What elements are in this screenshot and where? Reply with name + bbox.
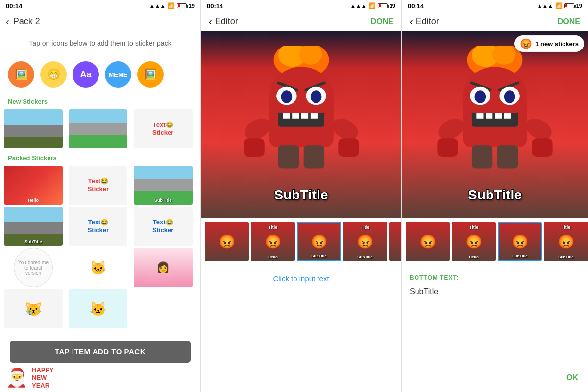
street-bg-2	[69, 109, 127, 148]
subtitle-text-2: SubTitle	[402, 187, 588, 203]
text-sticker-packed1: Text😂Sticker	[69, 166, 127, 205]
gallery-icon-btn[interactable]: 🖼️	[137, 61, 164, 88]
santa-area: 🎅 HAPPYNEWYEAR	[0, 364, 200, 392]
tap-add-button[interactable]: TAP ITEM ADD TO PACK	[10, 341, 191, 363]
image-icon-btn[interactable]: 🖼️	[8, 61, 34, 88]
svg-rect-37	[504, 113, 511, 118]
text-sticker-new: Text😂Sticker	[134, 109, 193, 148]
emoji-icon: 😁	[47, 68, 60, 81]
strip-subtitle-p3-4: SubTitle	[544, 255, 588, 259]
street-bg-1	[4, 109, 63, 148]
svg-rect-35	[486, 113, 492, 118]
packed-sticker-cat-white[interactable]: 🐱	[69, 248, 127, 287]
strip-item-1[interactable]: 😡	[205, 222, 249, 261]
svg-rect-19	[338, 138, 359, 157]
time-3: 00:14	[408, 2, 424, 10]
packed-sticker-cat-teal[interactable]: 🐱	[69, 289, 127, 328]
click-input-text[interactable]: Click to input text	[201, 267, 401, 291]
packed-sticker-girl[interactable]: 👩	[134, 248, 193, 287]
battery-num-3: 19	[576, 3, 582, 9]
signal-icon-2: ▲▲▲	[350, 3, 367, 9]
bottom-text-section: BOTTOM TEXT:	[402, 267, 588, 302]
strip-item-p3-1[interactable]: 😡	[406, 222, 450, 261]
strip-hello-p3-2: Hello	[452, 255, 496, 259]
new-stickers-label: New Stickers	[0, 94, 200, 107]
back-button-1[interactable]: ‹	[6, 16, 9, 27]
new-stickers-grid: Text😂Sticker	[0, 107, 200, 150]
pack-title-input[interactable]	[13, 16, 195, 26]
new-sticker-street2[interactable]	[69, 109, 127, 148]
tap-hint: Tap on icons below to add them to sticke…	[0, 31, 200, 55]
editor-back-2[interactable]: ‹ Editor	[410, 16, 439, 27]
packed-sticker-text-blue2[interactable]: Text😂Sticker	[134, 207, 193, 246]
editor-header-2: ‹ Editor DONE	[402, 12, 588, 31]
done-button-2[interactable]: DONE	[558, 17, 580, 26]
hello-overlay: Hello	[4, 198, 63, 203]
svg-point-9	[281, 90, 292, 103]
text-icon-btn[interactable]: Aa	[73, 61, 99, 88]
svg-rect-43	[497, 145, 518, 168]
strip-hello-2: Hello	[251, 255, 295, 259]
strip-item-3[interactable]: 😡 SubTitle	[297, 222, 341, 261]
packed-sticker-circular[interactable]: You bored me to tears! version	[4, 248, 63, 287]
badge-text: 1 new stickers	[535, 40, 579, 48]
strip-title-4: Title	[343, 225, 387, 230]
strip-subtitle-4: SubTitle	[343, 255, 387, 259]
text-sticker-blue1: Text😂Sticker	[69, 207, 127, 246]
packed-sticker-cat-gray[interactable]: 😿	[4, 289, 63, 328]
strip-item-p3-4[interactable]: Title 😡 SubTitle	[544, 222, 588, 261]
status-icons-3: ▲▲▲ 📶 19	[537, 2, 582, 9]
svg-rect-34	[476, 113, 483, 118]
editor-title-2: Editor	[416, 16, 439, 26]
packed-stickers-grid: Hello Text😂Sticker SubTitle SubTitle Tex…	[0, 164, 200, 330]
editor-back-1[interactable]: ‹ Editor	[209, 16, 238, 27]
svg-point-31	[475, 90, 486, 103]
new-sticker-street1[interactable]	[4, 109, 63, 148]
svg-rect-42	[472, 145, 492, 168]
back-arrow-2: ‹	[410, 16, 413, 27]
new-sticker-text[interactable]: Text😂Sticker	[134, 109, 193, 148]
editor-header-1: ‹ Editor DONE	[201, 12, 401, 31]
wifi-icon-2: 📶	[368, 2, 376, 9]
gallery-icon: 🖼️	[144, 68, 157, 81]
svg-rect-14	[301, 113, 308, 118]
emoji-icon-btn[interactable]: 😁	[40, 61, 67, 88]
status-bar-1: 00:14 ▲▲▲ 📶 19	[0, 0, 200, 12]
cat-gray-sticker: 😿	[4, 289, 63, 328]
strip-subtitle-p3-3: SubTitle	[499, 254, 541, 258]
strip-item-5[interactable]: 😡 SubTitle	[389, 222, 401, 261]
meme-label: MEME	[109, 71, 128, 78]
battery-icon-1	[177, 3, 187, 8]
subtitle-overlay-2: SubTitle	[4, 239, 63, 244]
bottom-text-input[interactable]	[410, 285, 580, 298]
strip-anger-p3-1: 😡	[419, 234, 437, 250]
strip-subtitle-3: SubTitle	[298, 254, 340, 258]
packed-sticker-street-subtitle2[interactable]: SubTitle	[4, 207, 63, 246]
strip-item-p3-3[interactable]: 😡 SubTitle	[498, 222, 542, 261]
packed-sticker-text1[interactable]: Text😂Sticker	[69, 166, 127, 205]
status-bar-3: 00:14 ▲▲▲ 📶 19	[402, 0, 588, 12]
packed-sticker-text-blue1[interactable]: Text😂Sticker	[69, 207, 127, 246]
ok-button[interactable]: OK	[566, 373, 578, 382]
strip-item-p3-2[interactable]: Title 😡 Hello	[452, 222, 496, 261]
new-stickers-badge: 😡 1 new stickers	[514, 35, 584, 52]
strip-anger-2: 😡	[265, 234, 282, 250]
strip-item-4[interactable]: Title 😡 SubTitle	[343, 222, 387, 261]
packed-sticker-anger[interactable]: Hello	[4, 166, 63, 205]
time-1: 00:14	[6, 2, 22, 10]
wifi-icon-3: 📶	[555, 2, 563, 9]
svg-rect-18	[244, 138, 264, 157]
packed-sticker-street-subtitle[interactable]: SubTitle	[134, 166, 193, 205]
strip-anger-4: 😡	[357, 234, 374, 250]
svg-rect-40	[437, 138, 458, 157]
meme-icon-btn[interactable]: MEME	[105, 61, 131, 88]
strip-item-2[interactable]: Title 😡 Hello	[251, 222, 295, 261]
editor-main-image-2: SubTitle	[402, 31, 588, 218]
done-button-1[interactable]: DONE	[371, 17, 393, 26]
text-sticker-label-new: Text😂Sticker	[152, 121, 173, 136]
bottom-text-label: BOTTOM TEXT:	[410, 274, 580, 281]
battery-icon-2	[378, 3, 388, 8]
girl-sticker: 👩	[134, 248, 193, 287]
editor-main-area-2: SubTitle 😡 1 new stickers	[402, 31, 588, 218]
anger-character-svg-1	[228, 46, 375, 203]
